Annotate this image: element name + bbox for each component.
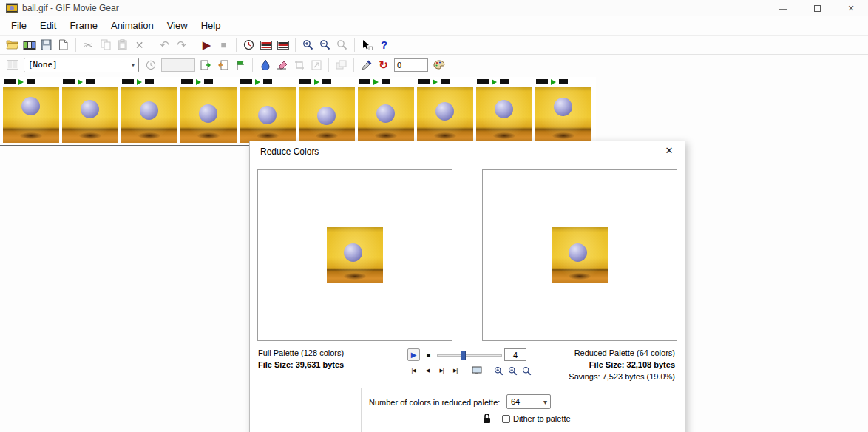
palette-button[interactable] — [430, 56, 447, 73]
next-frame-button[interactable]: ▶| — [435, 365, 447, 376]
prev-frame-button[interactable]: ◀ — [421, 365, 433, 376]
colors-dropdown[interactable]: 64 ▾ — [506, 394, 551, 409]
filmstrip-frame-8[interactable] — [417, 87, 473, 143]
frame-properties-button[interactable] — [4, 56, 21, 73]
close-button[interactable]: ✕ — [834, 0, 868, 16]
preview-stop-button[interactable]: ■ — [422, 348, 435, 361]
dialog-close-button[interactable]: ✕ — [662, 145, 676, 156]
menu-view[interactable]: View — [160, 18, 194, 33]
open-folder-icon — [6, 39, 18, 50]
filmstrip-frame-7[interactable] — [358, 87, 414, 143]
flag-icon — [236, 60, 245, 70]
copy-icon — [101, 39, 111, 50]
zoom-in-button[interactable] — [299, 36, 316, 53]
filmstrip-frame-6[interactable] — [299, 87, 355, 143]
last-frame-button[interactable]: ▶|| — [450, 365, 461, 376]
menu-frame[interactable]: Frame — [63, 18, 104, 33]
timing-button[interactable] — [240, 36, 257, 53]
erase-button[interactable] — [274, 56, 291, 73]
window-title: ball.gif - GIF Movie Gear — [22, 3, 119, 13]
cut-button[interactable]: ✂ — [80, 36, 97, 53]
menubar: File Edit Frame Animation View Help — [0, 16, 868, 35]
filmstrip-icon — [23, 40, 36, 50]
loop-button[interactable]: ↻ — [375, 56, 392, 73]
menu-help[interactable]: Help — [194, 18, 228, 33]
play-icon: ▶ — [411, 351, 417, 359]
undo-button[interactable]: ↶ — [156, 36, 173, 53]
reduced-palette-info: Reduced Palette (64 colors) File Size: 3… — [569, 347, 675, 382]
chevron-down-icon: ▾ — [543, 398, 547, 406]
eraser-icon — [277, 61, 288, 70]
redo-button[interactable]: ↷ — [173, 36, 190, 53]
ball-graphic — [21, 97, 40, 115]
filmstrip-frame-5[interactable] — [240, 87, 296, 143]
help-button[interactable]: ? — [376, 36, 393, 53]
preview-play-button[interactable]: ▶ — [407, 348, 420, 361]
menu-animation[interactable]: Animation — [104, 18, 160, 33]
new-button[interactable] — [55, 36, 72, 53]
frame-marker-icon — [373, 79, 379, 85]
page-arrow-left-icon — [217, 60, 228, 70]
filmstrip-frame-2[interactable] — [62, 87, 118, 143]
menu-edit[interactable]: Edit — [33, 18, 63, 33]
filmstrip-frame-4[interactable] — [180, 87, 237, 143]
copy-button[interactable] — [97, 36, 114, 53]
resize-button[interactable] — [308, 56, 325, 73]
stop-button[interactable]: ■ — [215, 36, 232, 53]
frame-marker-icon — [18, 79, 24, 85]
maximize-button[interactable] — [800, 0, 834, 16]
paste-button[interactable] — [114, 36, 131, 53]
preview-zoom-in-button[interactable] — [492, 365, 504, 376]
minimize-button[interactable]: — — [766, 0, 800, 16]
preview-zoom-out-button[interactable] — [506, 365, 518, 376]
zoom-out-button[interactable] — [316, 36, 333, 53]
filmstrip-frame-10[interactable] — [535, 87, 591, 143]
delay-clock-button[interactable] — [142, 56, 159, 73]
fullscreen-preview-button[interactable] — [471, 365, 483, 376]
delete-button[interactable]: ✕ — [131, 36, 148, 53]
sprocket-row — [3, 77, 62, 87]
transparency-dropdown[interactable]: [None] ▾ — [24, 58, 139, 72]
toolbar-separator — [252, 58, 253, 72]
layers-button[interactable] — [333, 56, 350, 73]
dither-checkbox[interactable] — [502, 415, 510, 423]
sprocket-row — [62, 77, 121, 87]
toolbar-separator — [328, 58, 329, 72]
eyedropper-button[interactable] — [358, 56, 375, 73]
frame-slider[interactable] — [437, 349, 502, 361]
dialog-titlebar[interactable]: Reduce Colors ✕ — [250, 141, 685, 162]
first-frame-button[interactable]: |◀ — [407, 365, 419, 376]
play-button[interactable]: ▶ — [198, 36, 215, 53]
save-button[interactable] — [38, 36, 55, 53]
open-button[interactable] — [4, 36, 21, 53]
manage-frames-button[interactable] — [21, 36, 38, 53]
zoom-actual-button[interactable] — [333, 36, 350, 53]
filmstrip-column — [62, 77, 121, 145]
loop-icon: ↻ — [379, 59, 388, 70]
crop-button[interactable] — [291, 56, 308, 73]
flag-button[interactable] — [231, 56, 248, 73]
transparency-dropper-button[interactable] — [257, 56, 274, 73]
import-strip-button[interactable] — [274, 36, 291, 53]
select-frame-button[interactable] — [359, 36, 376, 53]
crop-icon — [294, 60, 305, 70]
filmstrip-frame-9[interactable] — [476, 87, 532, 143]
filmstrip-frame-1[interactable] — [3, 87, 59, 143]
slider-thumb[interactable] — [461, 351, 466, 360]
loop-count-field[interactable]: 0 — [394, 58, 428, 72]
merge-frames-button[interactable] — [197, 56, 214, 73]
filmstrip-column — [358, 77, 417, 145]
extract-frames-button[interactable] — [214, 56, 231, 73]
paste-clipboard-icon — [118, 39, 127, 50]
reduced-palette-preview-image — [552, 227, 608, 283]
export-strip-button[interactable] — [257, 36, 274, 53]
sprocket-row — [299, 77, 358, 87]
filmstrip-frame-3[interactable] — [121, 87, 177, 143]
lock-button[interactable] — [482, 413, 492, 427]
menu-file[interactable]: File — [4, 18, 33, 33]
layers-icon — [336, 60, 347, 70]
preview-zoom-reset-button[interactable] — [521, 365, 532, 376]
toolbar-separator — [194, 38, 194, 52]
delay-field[interactable] — [161, 58, 195, 72]
colors-count-label: Number of colors in reduced palette: — [369, 398, 500, 407]
